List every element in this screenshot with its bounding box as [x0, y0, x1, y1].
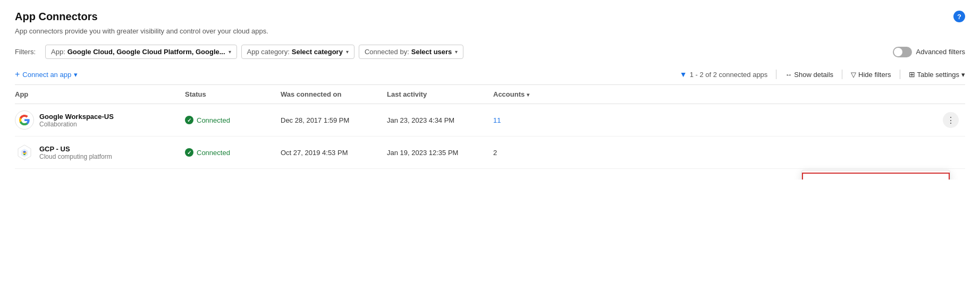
app-filter-value: Google Cloud, Google Cloud Platform, Goo…	[67, 48, 225, 56]
table-settings-grid-icon: ⊞	[909, 70, 915, 79]
app-cell-1: Google Workspace-US Collaboration	[15, 104, 185, 136]
connected-by-label: Connected by:	[365, 48, 409, 56]
table-settings-button[interactable]: ⊞ Table settings ▾	[909, 70, 966, 79]
hide-filters-funnel-icon: ▽	[851, 71, 856, 79]
table-settings-chevron-icon: ▾	[961, 71, 965, 79]
show-details-button[interactable]: ↔ Show details	[785, 71, 833, 79]
help-icon[interactable]: ?	[953, 11, 965, 22]
connected-by-chevron-icon: ▾	[455, 49, 458, 55]
actions-cell-1: ⋮	[568, 104, 965, 136]
count-label: ▼ 1 - 2 of 2 connected apps	[680, 70, 768, 79]
status-cell-1: Connected	[185, 104, 281, 136]
status-dot-1	[185, 116, 193, 124]
page-subtitle: App connectors provide you with greater …	[15, 27, 268, 35]
funnel-icon: ▼	[680, 70, 687, 79]
col-header-accounts[interactable]: Accounts ▾	[493, 85, 568, 104]
col-header-actions	[568, 85, 965, 104]
accounts-cell-1: 11	[493, 104, 568, 136]
plus-icon: +	[15, 70, 20, 79]
app-sub-2: Cloud computing platform	[39, 153, 112, 160]
app-name-1: Google Workspace-US	[39, 113, 114, 121]
count-text: 1 - 2 of 2 connected apps	[690, 71, 768, 79]
last-activity-cell-2: Jan 19, 2023 12:35 PM	[387, 136, 493, 169]
context-menu: Edit settings Disable App connector Edit…	[801, 170, 950, 180]
status-dot-2	[185, 148, 193, 157]
accounts-sort-icon: ▾	[527, 92, 529, 98]
advanced-filters-area: Advanced filters	[893, 47, 966, 57]
gcp-icon	[15, 143, 34, 162]
connect-app-chevron-icon: ▾	[74, 71, 78, 79]
category-filter-chevron-icon: ▾	[346, 49, 349, 55]
accounts-value-2: 2	[493, 149, 497, 157]
connected-by-value: Select users	[411, 48, 452, 56]
divider	[776, 70, 776, 79]
arrow-both-icon: ↔	[785, 71, 792, 79]
page-title: App Connectors	[15, 11, 268, 23]
last-activity-cell-1: Jan 23, 2023 4:34 PM	[387, 104, 493, 136]
app-connectors-table: App Status Was connected on Last activit…	[15, 85, 965, 169]
google-workspace-icon	[15, 110, 34, 130]
connect-app-button[interactable]: + Connect an app ▾	[15, 70, 78, 79]
advanced-filters-label: Advanced filters	[916, 48, 966, 56]
category-filter-label: App category:	[247, 48, 290, 56]
col-header-connected: Was connected on	[281, 85, 387, 104]
connect-app-label: Connect an app	[22, 71, 71, 79]
status-cell-2: Connected	[185, 136, 281, 169]
hide-filters-label: Hide filters	[858, 71, 891, 79]
app-filter-dropdown[interactable]: App: Google Cloud, Google Cloud Platform…	[45, 45, 237, 59]
connected-on-cell-2: Oct 27, 2019 4:53 PM	[281, 136, 387, 169]
col-header-activity: Last activity	[387, 85, 493, 104]
table-row: Google Workspace-US Collaboration Connec…	[15, 104, 965, 136]
app-filter-label: App:	[51, 48, 65, 56]
category-filter-dropdown[interactable]: App category: Select category ▾	[241, 45, 354, 59]
context-menu-edit-settings[interactable]: Edit settings	[802, 173, 950, 180]
category-filter-value: Select category	[292, 48, 343, 56]
divider3	[900, 70, 900, 79]
filters-label: Filters:	[15, 48, 36, 56]
svg-rect-2	[23, 154, 26, 155]
status-text-1: Connected	[197, 116, 230, 124]
hide-filters-button[interactable]: ▽ Hide filters	[851, 71, 891, 79]
app-cell-2: GCP - US Cloud computing platform	[15, 136, 185, 169]
table-settings-label: Table settings	[917, 71, 960, 79]
app-filter-chevron-icon: ▾	[229, 49, 231, 55]
advanced-filters-toggle[interactable]	[893, 47, 912, 57]
accounts-link-1[interactable]: 11	[493, 116, 501, 124]
actions-cell-2	[568, 136, 965, 169]
three-dot-menu-button-1[interactable]: ⋮	[943, 112, 959, 128]
show-details-label: Show details	[794, 71, 833, 79]
col-header-app: App	[15, 85, 185, 104]
connected-by-filter-dropdown[interactable]: Connected by: Select users ▾	[359, 45, 463, 59]
status-text-2: Connected	[197, 149, 230, 157]
svg-point-3	[23, 151, 26, 153]
divider2	[842, 70, 842, 79]
accounts-cell-2: 2	[493, 136, 568, 169]
app-sub-1: Collaboration	[39, 121, 114, 128]
table-row: GCP - US Cloud computing platform Connec…	[15, 136, 965, 169]
connected-on-cell-1: Dec 28, 2017 1:59 PM	[281, 104, 387, 136]
app-name-2: GCP - US	[39, 145, 112, 153]
col-header-status: Status	[185, 85, 281, 104]
